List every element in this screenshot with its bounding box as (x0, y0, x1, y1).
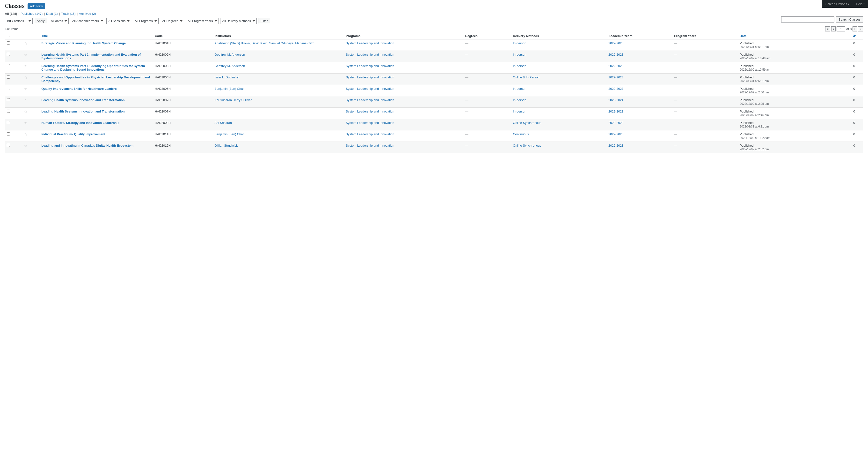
row-title-link-4[interactable]: Quality Improvement Skills for Healthcar… (41, 87, 117, 90)
row-academic-link-6[interactable]: 2022-2023 (609, 110, 623, 113)
star-icon-0[interactable]: ☆ (24, 41, 27, 45)
row-date-label-8: Published (740, 132, 753, 136)
row-instructor-link-9[interactable]: Gillian Strudwick (214, 144, 238, 147)
prev-page-button[interactable]: ‹ (831, 26, 836, 31)
row-checkbox-8[interactable] (7, 132, 10, 136)
page-number-input[interactable] (837, 26, 845, 31)
row-academic-link-9[interactable]: 2022-2023 (609, 144, 623, 147)
row-delivery-link-5[interactable]: In-person (513, 98, 526, 102)
restore-icon[interactable]: ⟳ (853, 34, 856, 38)
row-title-link-1[interactable]: Learning Health Systems Part 2: Implemen… (41, 53, 141, 60)
row-delivery-link-4[interactable]: In-person (513, 87, 526, 90)
row-program-link-2[interactable]: System Leadership and Innovation (346, 64, 394, 68)
star-icon-8[interactable]: ☆ (24, 132, 27, 136)
row-academic-link-1[interactable]: 2022-2023 (609, 53, 623, 56)
row-delivery-link-6[interactable]: In-person (513, 110, 526, 113)
row-instructor-link-2[interactable]: Geoffrey M. Anderson (214, 64, 245, 68)
row-instructor-link-1[interactable]: Geoffrey M. Anderson (214, 53, 245, 56)
row-title-link-9[interactable]: Leading and Innovating in Canada's Digit… (41, 144, 133, 147)
filter-link-draft[interactable]: Draft (1) (46, 12, 58, 16)
search-button[interactable]: Search Classes (836, 17, 863, 23)
row-instructor-link-3[interactable]: Isser L. Dubinsky (214, 76, 239, 79)
row-checkbox-1[interactable] (7, 53, 10, 56)
all-sessions-select[interactable]: All Sessions (106, 18, 131, 24)
first-page-button[interactable]: « (825, 26, 830, 31)
row-title-link-2[interactable]: Learning Health Systems Part 1: Identify… (41, 64, 145, 72)
bulk-actions-select[interactable]: Bulk actionsEditMove to Trash (5, 18, 33, 24)
row-delivery-link-2[interactable]: In-person (513, 64, 526, 68)
row-title-link-8[interactable]: Individual Practicum- Quality Improvemen… (41, 132, 105, 136)
all-programs-select[interactable]: All Programs (133, 18, 159, 24)
row-delivery-link-8[interactable]: Continuous (513, 132, 529, 136)
row-program-link-9[interactable]: System Leadership and Innovation (346, 144, 394, 147)
row-title-link-3[interactable]: Challenges and Opportunities in Physicia… (41, 76, 150, 83)
row-program-link-1[interactable]: System Leadership and Innovation (346, 53, 394, 56)
row-date-cell-8: Published 2022/12/09 at 11:29 am (738, 131, 845, 142)
title-sort-link[interactable]: Title (41, 34, 48, 38)
row-program-link-6[interactable]: System Leadership and Innovation (346, 110, 394, 113)
row-academic-link-8[interactable]: 2022-2023 (609, 132, 623, 136)
row-instructor-link-0[interactable]: Adalsteinn (Steini) Brown, David Klein, … (214, 41, 314, 45)
filter-link-published[interactable]: Published (147) (21, 12, 42, 16)
row-title-link-6[interactable]: Leading Health Systems Innovation and Tr… (41, 110, 125, 113)
row-academic-link-2[interactable]: 2022-2023 (609, 64, 623, 68)
filter-link-trash[interactable]: Trash (15) (61, 12, 75, 16)
star-icon-7[interactable]: ☆ (24, 121, 27, 125)
row-checkbox-7[interactable] (7, 121, 10, 124)
apply-button[interactable]: Apply (34, 18, 48, 24)
all-degrees-select[interactable]: All Degrees (160, 18, 184, 24)
row-checkbox-2[interactable] (7, 64, 10, 67)
star-icon-6[interactable]: ☆ (24, 110, 27, 113)
star-icon-3[interactable]: ☆ (24, 76, 27, 79)
filter-button[interactable]: Filter (258, 18, 271, 24)
row-delivery-link-3[interactable]: Online & In-Person (513, 76, 539, 79)
next-page-button[interactable]: › (852, 26, 857, 31)
all-dates-select[interactable]: All dates (49, 18, 69, 24)
add-new-button[interactable]: Add New (28, 3, 45, 9)
row-checkbox-0[interactable] (7, 41, 10, 45)
star-icon-1[interactable]: ☆ (24, 53, 27, 57)
star-icon-2[interactable]: ☆ (24, 64, 27, 68)
row-academic-link-3[interactable]: 2022-2023 (609, 76, 623, 79)
row-delivery-link-9[interactable]: Online Synchronous (513, 144, 541, 147)
row-academic-link-5[interactable]: 2023-2024 (609, 98, 623, 102)
last-page-button[interactable]: » (858, 26, 863, 31)
row-title-link-5[interactable]: Leading Health Systems Innovation and Tr… (41, 98, 125, 102)
row-title-link-7[interactable]: Human Factors, Strategy and Innovation L… (41, 121, 119, 124)
row-program-link-4[interactable]: System Leadership and Innovation (346, 87, 394, 90)
row-title-link-0[interactable]: Strategic Vision and Planning for Health… (41, 41, 126, 45)
row-instructor-link-7[interactable]: Abi Sriharan (214, 121, 232, 124)
pagination: « ‹ of 8 › » (825, 26, 863, 31)
all-academic-years-select[interactable]: All Academic Years (70, 18, 105, 24)
screen-options-button[interactable]: Screen Options ▾ (822, 0, 853, 8)
row-checkbox-9[interactable] (7, 144, 10, 147)
star-icon-5[interactable]: ☆ (24, 98, 27, 102)
row-academic-link-0[interactable]: 2022-2023 (609, 41, 623, 45)
filter-link-archived[interactable]: Archived (2) (79, 12, 96, 16)
row-program-link-7[interactable]: System Leadership and Innovation (346, 121, 394, 124)
row-delivery-link-1[interactable]: In-person (513, 53, 526, 56)
row-academic-link-4[interactable]: 2022-2023 (609, 87, 623, 90)
row-checkbox-4[interactable] (7, 87, 10, 90)
row-academic-link-7[interactable]: 2022-2023 (609, 121, 623, 124)
help-button[interactable]: Help ▾ (852, 0, 868, 8)
row-program-link-0[interactable]: System Leadership and Innovation (346, 41, 394, 45)
row-program-link-3[interactable]: System Leadership and Innovation (346, 76, 394, 79)
row-instructor-link-4[interactable]: Benjamin (Ben) Chan (214, 87, 244, 90)
star-icon-9[interactable]: ☆ (24, 144, 27, 148)
row-checkbox-3[interactable] (7, 76, 10, 79)
star-icon-4[interactable]: ☆ (24, 87, 27, 91)
row-program-link-5[interactable]: System Leadership and Innovation (346, 98, 394, 102)
row-instructor-link-8[interactable]: Benjamin (Ben) Chan (214, 132, 244, 136)
row-checkbox-5[interactable] (7, 98, 10, 102)
search-input[interactable] (781, 17, 834, 23)
date-sort-link[interactable]: Date (740, 34, 746, 38)
row-program-link-8[interactable]: System Leadership and Innovation (346, 132, 394, 136)
all-delivery-methods-select[interactable]: All Delivery Methods (220, 18, 257, 24)
row-delivery-link-7[interactable]: Online Synchronous (513, 121, 541, 124)
select-all-checkbox[interactable] (7, 34, 10, 37)
row-instructor-link-5[interactable]: Abi Sriharan, Terry Sullivan (214, 98, 252, 102)
row-delivery-link-0[interactable]: In-person (513, 41, 526, 45)
row-checkbox-6[interactable] (7, 110, 10, 113)
all-program-years-select[interactable]: All Program Years (186, 18, 219, 24)
